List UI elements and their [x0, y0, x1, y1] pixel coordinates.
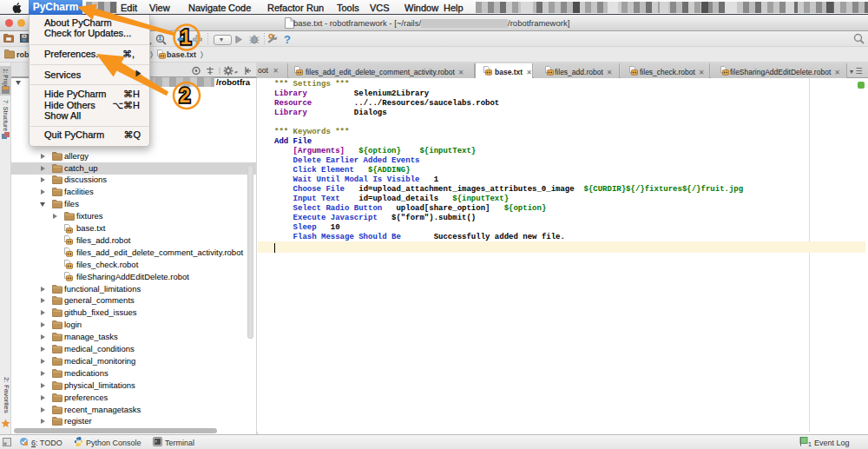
svg-text:1: 1 [181, 26, 192, 49]
svg-text:2: 2 [180, 84, 191, 107]
